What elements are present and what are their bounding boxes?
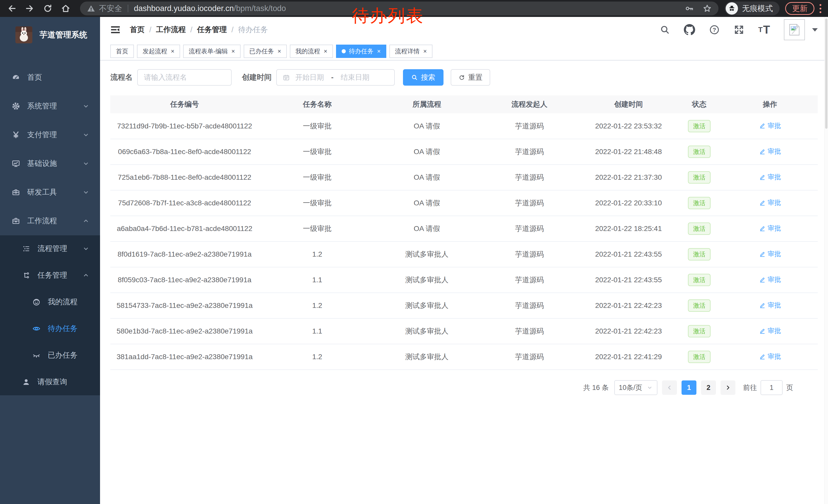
flow-tree-icon bbox=[21, 271, 31, 279]
tab-close-icon[interactable]: × bbox=[324, 48, 327, 54]
fullscreen-icon[interactable] bbox=[734, 25, 744, 35]
sidebar-fold-icon[interactable] bbox=[110, 24, 121, 35]
search-icon[interactable] bbox=[660, 25, 670, 35]
browser-back-icon[interactable] bbox=[7, 3, 17, 13]
sidebar-item-task-management[interactable]: 任务管理 bbox=[0, 262, 100, 289]
sidebar-item-workflow[interactable]: 工作流程 bbox=[0, 207, 100, 235]
sidebar-item-label: 已办任务 bbox=[48, 350, 78, 360]
main-area: 首页/工作流程/任务管理/待办任务 ? TT 首页发起流程×流程表单-编辑×已办… bbox=[100, 17, 828, 504]
column-header: 任务名称 bbox=[259, 95, 376, 113]
action-cell: 审批 bbox=[722, 344, 818, 370]
header-icons: ? TT bbox=[660, 19, 818, 40]
task-id-cell: 75d72608-7b7f-11ec-a3c8-acde48001122 bbox=[110, 190, 259, 216]
status-cell: 激活 bbox=[676, 241, 722, 267]
process-cell: OA 请假 bbox=[376, 216, 478, 241]
sidebar-item-infrastructure[interactable]: 基础设施 bbox=[0, 149, 100, 178]
edit-pencil-icon bbox=[759, 302, 766, 309]
tab-todo-task[interactable]: 待办任务× bbox=[336, 45, 386, 58]
approve-link[interactable]: 审批 bbox=[759, 147, 781, 156]
scrollbar-thumb[interactable] bbox=[825, 18, 827, 129]
sidebar-item-leave-query[interactable]: 请假查询 bbox=[0, 369, 100, 395]
tab-home[interactable]: 首页 bbox=[110, 45, 134, 58]
status-cell: 激活 bbox=[676, 293, 722, 318]
status-cell: 激活 bbox=[676, 216, 722, 241]
approve-link-label: 审批 bbox=[768, 249, 781, 259]
action-cell: 审批 bbox=[722, 139, 818, 165]
prev-page-button[interactable] bbox=[662, 380, 677, 395]
tab-close-icon[interactable]: × bbox=[423, 48, 427, 54]
page-button-1[interactable]: 1 bbox=[681, 380, 696, 395]
starter-cell: 芋道源码 bbox=[478, 344, 581, 370]
github-icon[interactable] bbox=[684, 24, 695, 35]
security-label: 不安全 bbox=[99, 3, 122, 14]
edit-pencil-icon bbox=[759, 353, 766, 360]
browser-update-button[interactable]: 更新 bbox=[785, 2, 815, 15]
tab-process-form-edit[interactable]: 流程表单-编辑× bbox=[183, 45, 241, 58]
date-range-picker[interactable]: 开始日期 - 结束日期 bbox=[276, 69, 395, 86]
sidebar-item-done-task[interactable]: 已办任务 bbox=[0, 342, 100, 369]
tab-done-task[interactable]: 已办任务× bbox=[244, 45, 287, 58]
pagination-total: 共 16 条 bbox=[583, 383, 609, 392]
approve-link[interactable]: 审批 bbox=[759, 301, 781, 310]
password-key-icon[interactable] bbox=[685, 4, 694, 13]
tab-close-icon[interactable]: × bbox=[232, 48, 235, 54]
approve-link[interactable]: 审批 bbox=[759, 352, 781, 361]
bookmark-star-icon[interactable] bbox=[703, 4, 712, 13]
browser-reload-icon[interactable] bbox=[43, 3, 53, 13]
sidebar-item-label: 基础设施 bbox=[27, 158, 57, 169]
approve-link[interactable]: 审批 bbox=[759, 173, 781, 182]
next-page-button[interactable] bbox=[720, 380, 735, 395]
status-badge: 激活 bbox=[688, 248, 710, 261]
avatar-caret-icon[interactable] bbox=[812, 28, 818, 32]
sidebar-item-process-management[interactable]: 流程管理 bbox=[0, 235, 100, 262]
approve-link[interactable]: 审批 bbox=[759, 326, 781, 335]
breadcrumb-separator: / bbox=[149, 26, 151, 34]
sidebar-item-system-management[interactable]: 系统管理 bbox=[0, 92, 100, 121]
goto-page-input[interactable] bbox=[760, 380, 783, 395]
approve-link[interactable]: 审批 bbox=[759, 224, 781, 233]
page-size-select[interactable]: 10条/页 bbox=[614, 380, 657, 395]
process-cell: 测试多审批人 bbox=[376, 344, 478, 370]
breadcrumb-separator: / bbox=[190, 26, 192, 34]
task-name-cell: 1.2 bbox=[259, 293, 376, 318]
tab-close-icon[interactable]: × bbox=[278, 48, 281, 54]
search-button[interactable]: 搜索 bbox=[403, 69, 444, 86]
page-button-2[interactable]: 2 bbox=[701, 380, 716, 395]
tab-my-process[interactable]: 我的流程× bbox=[290, 45, 333, 58]
page-size-value: 10条/页 bbox=[619, 383, 642, 392]
sidebar-item-my-process[interactable]: 我的流程 bbox=[0, 289, 100, 315]
tab-close-icon[interactable]: × bbox=[377, 48, 381, 54]
tab-process-detail[interactable]: 流程详情× bbox=[389, 45, 432, 58]
tab-label: 我的流程 bbox=[295, 47, 320, 55]
reset-button[interactable]: 重置 bbox=[451, 69, 490, 86]
font-size-icon[interactable]: TT bbox=[758, 24, 770, 35]
sidebar-item-payment-management[interactable]: 支付管理 bbox=[0, 121, 100, 149]
tab-initiate-process[interactable]: 发起流程× bbox=[137, 45, 180, 58]
browser-menu-icon[interactable] bbox=[820, 4, 821, 13]
breadcrumb-item[interactable]: 工作流程 bbox=[156, 25, 186, 35]
create-time-cell: 2022-01-21 22:41:29 bbox=[581, 344, 676, 370]
sidebar-item-dev-tools[interactable]: 研发工具 bbox=[0, 178, 100, 207]
breadcrumb-item[interactable]: 任务管理 bbox=[197, 25, 227, 35]
approve-link[interactable]: 审批 bbox=[759, 275, 781, 284]
approve-link[interactable]: 审批 bbox=[759, 121, 781, 130]
sidebar-item-home[interactable]: 首页 bbox=[0, 63, 100, 92]
chevron-down-icon bbox=[82, 245, 90, 253]
breadcrumb-item[interactable]: 首页 bbox=[130, 25, 145, 35]
browser-home-icon[interactable] bbox=[60, 3, 71, 13]
goto-page: 前往页 bbox=[743, 380, 793, 395]
process-cell: OA 请假 bbox=[376, 139, 478, 165]
approve-link[interactable]: 审批 bbox=[759, 198, 781, 207]
window-scrollbar[interactable] bbox=[824, 17, 828, 504]
logo[interactable]: 芋道管理系统 bbox=[0, 17, 100, 53]
sidebar-item-todo-task[interactable]: 待办任务 bbox=[0, 315, 100, 342]
range-separator: - bbox=[331, 73, 333, 82]
process-name-input[interactable] bbox=[137, 69, 232, 86]
tab-close-icon[interactable]: × bbox=[171, 48, 174, 54]
user-avatar[interactable] bbox=[784, 19, 805, 40]
browser-forward-icon[interactable] bbox=[25, 3, 35, 13]
action-cell: 审批 bbox=[722, 190, 818, 216]
approve-link[interactable]: 审批 bbox=[759, 249, 781, 259]
help-icon[interactable]: ? bbox=[709, 25, 720, 35]
sidebar-item-label: 系统管理 bbox=[27, 101, 57, 111]
